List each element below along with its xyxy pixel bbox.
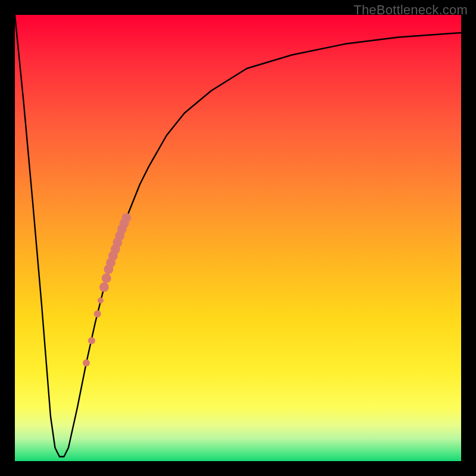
bottleneck-curve — [15, 15, 461, 457]
curve-svg — [15, 15, 461, 461]
watermark-text: TheBottleneck.com — [353, 2, 468, 18]
data-marker — [98, 298, 104, 303]
data-marker — [83, 359, 90, 367]
data-marker — [94, 311, 101, 318]
data-marker — [122, 213, 131, 223]
data-markers — [83, 213, 131, 367]
data-marker — [102, 274, 111, 283]
data-marker — [88, 337, 95, 345]
data-marker — [99, 283, 109, 292]
plot-area — [15, 15, 461, 461]
chart-frame: TheBottleneck.com — [0, 0, 476, 476]
